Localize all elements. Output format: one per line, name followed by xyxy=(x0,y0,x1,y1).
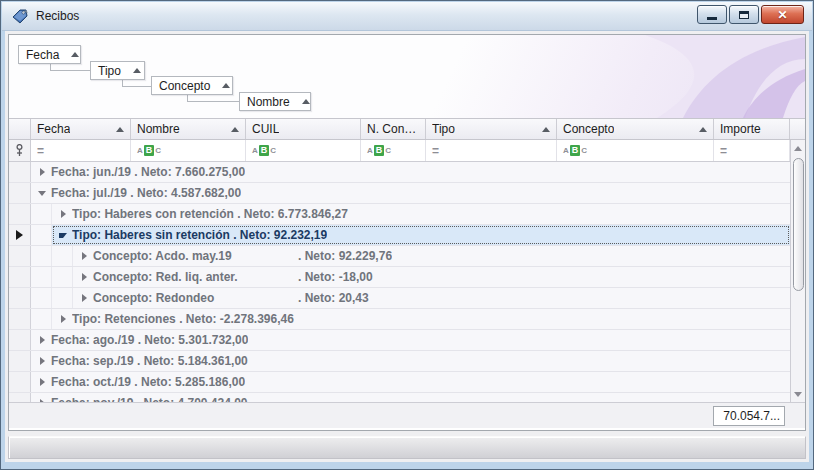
row-indicator xyxy=(9,309,31,329)
group-field-tipo[interactable]: Tipo xyxy=(90,61,145,80)
scrollbar-thumb[interactable] xyxy=(793,158,804,291)
filter-cell-cuil[interactable]: ABC xyxy=(246,140,361,161)
sort-asc-icon xyxy=(699,127,707,132)
filter-cell-tipo[interactable]: = xyxy=(426,140,557,161)
recibos-window: Recibos ✕ Fecha xyxy=(0,0,814,470)
group-indent xyxy=(52,267,73,287)
column-header-cuil[interactable]: CUIL xyxy=(246,119,361,139)
recibos-grid: Fecha Tipo Concepto Nombre xyxy=(8,34,806,431)
expand-collapsed-icon[interactable] xyxy=(54,210,72,218)
filter-cell-importe[interactable]: = xyxy=(714,140,790,161)
group-row-text: Fecha: jul./19 . Neto: 4.587.682,00 xyxy=(51,186,241,200)
arrow-down-icon xyxy=(794,392,802,397)
filter-cell-concepto[interactable]: ABC xyxy=(557,140,714,161)
group-field-label: Tipo xyxy=(98,64,121,78)
group-indent xyxy=(52,288,73,308)
expand-collapsed-icon[interactable] xyxy=(33,168,51,176)
group-row-tipo-haberes-sin-retencion[interactable]: Tipo: Haberes sin retención . Neto: 92.2… xyxy=(9,225,790,246)
group-row-fecha-ago[interactable]: Fecha: ago./19 . Neto: 5.301.732,00 xyxy=(9,330,790,351)
vertical-scrollbar[interactable] xyxy=(790,140,805,402)
expand-collapsed-icon[interactable] xyxy=(33,336,51,344)
column-header-nconcepto[interactable]: N. Conce... xyxy=(361,119,426,139)
group-row-text: Fecha: oct./19 . Neto: 5.285.186,00 xyxy=(51,375,245,389)
filter-equals-icon: = xyxy=(720,144,728,158)
maximize-button[interactable] xyxy=(729,5,759,24)
window-title: Recibos xyxy=(36,9,79,23)
group-indent xyxy=(31,267,52,287)
row-indicator xyxy=(9,330,31,350)
group-row-fecha-nov[interactable]: Fecha: nov./19 . Neto: 4.700.424,00 xyxy=(9,393,790,402)
grid-rows: Fecha: jun./19 . Neto: 7.660.275,00 Fech… xyxy=(9,162,790,402)
column-header-importe[interactable]: Importe xyxy=(714,119,790,139)
expand-expanded-icon[interactable] xyxy=(54,233,72,238)
filter-row-indicator xyxy=(9,140,31,161)
group-row-tipo-retenciones[interactable]: Tipo: Retenciones . Neto: -2.278.396,46 xyxy=(9,309,790,330)
expand-collapsed-icon[interactable] xyxy=(33,357,51,365)
expand-collapsed-icon[interactable] xyxy=(33,378,51,386)
status-bar xyxy=(8,436,806,459)
filter-equals-icon: = xyxy=(37,144,45,158)
sort-asc-icon xyxy=(542,127,550,132)
filter-cell-nombre[interactable]: ABC xyxy=(131,140,246,161)
expand-expanded-icon[interactable] xyxy=(33,191,51,196)
sort-asc-icon xyxy=(231,127,239,132)
group-field-nombre[interactable]: Nombre xyxy=(239,92,311,111)
group-row-neto: . Neto: 20,43 xyxy=(298,291,369,305)
header-indicator-cell xyxy=(9,119,31,139)
expand-collapsed-icon[interactable] xyxy=(75,252,93,260)
group-indent xyxy=(31,204,52,224)
expand-collapsed-icon[interactable] xyxy=(75,294,93,302)
group-by-panel[interactable]: Fecha Tipo Concepto Nombre xyxy=(9,35,805,118)
group-row-fecha-jul[interactable]: Fecha: jul./19 . Neto: 4.587.682,00 xyxy=(9,183,790,204)
minimize-button[interactable] xyxy=(697,5,727,24)
column-header-fecha[interactable]: Fecha xyxy=(31,119,131,139)
filter-cell-fecha[interactable]: = xyxy=(31,140,131,161)
column-header-nombre[interactable]: Nombre xyxy=(131,119,246,139)
filter-edit-icon xyxy=(15,144,24,157)
row-indicator xyxy=(9,183,31,203)
row-indicator xyxy=(9,351,31,371)
group-row-concepto-redondeo[interactable]: Concepto: Redondeo. Neto: 20,43 xyxy=(9,288,790,309)
window-controls: ✕ xyxy=(697,5,804,24)
group-row-text: Fecha: sep./19 . Neto: 5.184.361,00 xyxy=(51,354,248,368)
group-connector xyxy=(50,64,90,71)
row-indicator xyxy=(9,288,31,308)
group-row-label: Concepto: Acdo. may.19 xyxy=(93,249,298,263)
group-row-label: Concepto: Red. liq. anter. xyxy=(93,270,298,284)
filter-abc-icon: ABC xyxy=(137,145,161,156)
expand-collapsed-icon[interactable] xyxy=(54,315,72,323)
filter-abc-icon: ABC xyxy=(563,145,587,156)
filter-cell-nconcepto[interactable]: ABC xyxy=(361,140,426,161)
scroll-down-button[interactable] xyxy=(791,386,806,402)
column-label: Fecha xyxy=(37,122,70,136)
sort-asc-icon xyxy=(302,99,310,104)
column-label: N. Conce... xyxy=(367,122,419,136)
filter-equals-icon: = xyxy=(432,144,440,158)
group-row-tipo-haberes-con-retencion[interactable]: Tipo: Haberes con retención . Neto: 6.77… xyxy=(9,204,790,225)
close-button[interactable]: ✕ xyxy=(761,5,804,24)
column-header-tipo[interactable]: Tipo xyxy=(426,119,557,139)
decorative-swoosh xyxy=(505,35,805,118)
group-row-fecha-jun[interactable]: Fecha: jun./19 . Neto: 7.660.275,00 xyxy=(9,162,790,183)
column-header-concepto[interactable]: Concepto xyxy=(557,119,714,139)
row-indicator xyxy=(9,162,31,182)
group-row-concepto-acdo[interactable]: Concepto: Acdo. may.19. Neto: 92.229,76 xyxy=(9,246,790,267)
grid-footer: 70.054.7... xyxy=(9,402,805,428)
group-indent xyxy=(31,309,52,329)
group-row-neto: . Neto: 92.229,76 xyxy=(298,249,392,263)
group-field-label: Nombre xyxy=(247,95,290,109)
group-row-fecha-sep[interactable]: Fecha: sep./19 . Neto: 5.184.361,00 xyxy=(9,351,790,372)
group-row-text: Tipo: Retenciones . Neto: -2.278.396,46 xyxy=(72,312,294,326)
group-field-concepto[interactable]: Concepto xyxy=(151,76,233,95)
row-indicator xyxy=(9,246,31,266)
group-field-label: Fecha xyxy=(26,48,59,62)
scroll-up-button[interactable] xyxy=(791,140,806,156)
row-indicator xyxy=(9,393,31,402)
importe-summary: 70.054.7... xyxy=(713,406,785,426)
group-field-fecha[interactable]: Fecha xyxy=(18,45,81,64)
title-bar[interactable]: Recibos ✕ xyxy=(2,2,812,31)
group-row-concepto-red-liq[interactable]: Concepto: Red. liq. anter.. Neto: -18,00 xyxy=(9,267,790,288)
expand-collapsed-icon[interactable] xyxy=(75,273,93,281)
group-row-fecha-oct[interactable]: Fecha: oct./19 . Neto: 5.285.186,00 xyxy=(9,372,790,393)
column-label: Concepto xyxy=(563,122,614,136)
